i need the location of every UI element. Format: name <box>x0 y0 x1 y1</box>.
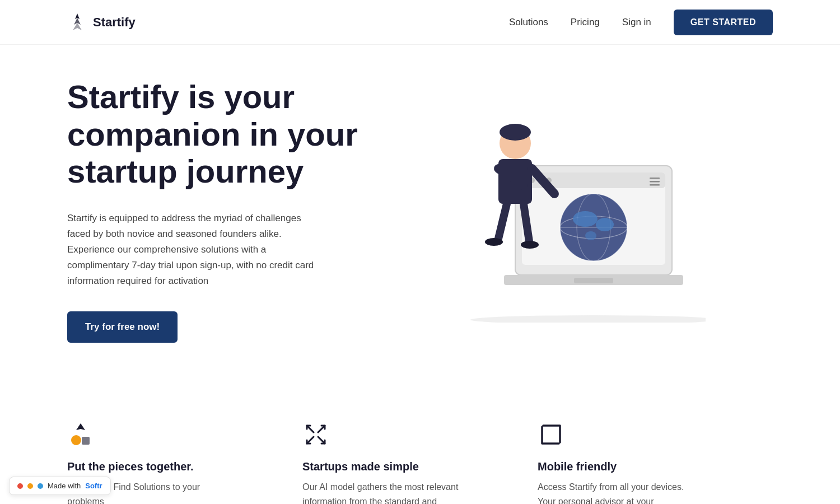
svg-point-17 <box>573 211 598 227</box>
softr-made-with: Made with <box>48 482 81 490</box>
nav-pricing[interactable]: Pricing <box>571 17 600 28</box>
hero-illustration <box>358 99 773 323</box>
nav-get-started-button[interactable]: GET STARTED <box>674 10 773 35</box>
svg-point-29 <box>485 238 503 246</box>
feature-pieces-title: Put the pieces together. <box>67 460 280 473</box>
svg-line-37 <box>307 437 314 444</box>
crop-icon <box>538 421 564 448</box>
svg-point-33 <box>71 435 81 445</box>
nav-links: Solutions Pricing Sign in GET STARTED <box>509 10 773 35</box>
hero-svg <box>426 99 706 323</box>
logo-text: Startify <box>93 15 136 30</box>
svg-line-27 <box>498 204 507 239</box>
compress-icon <box>302 421 329 448</box>
svg-marker-2 <box>73 23 82 30</box>
svg-marker-32 <box>76 423 85 430</box>
feature-mobile: Mobile friendly Access Startify from all… <box>538 421 773 504</box>
svg-point-19 <box>585 231 596 240</box>
svg-line-36 <box>318 426 325 432</box>
features-section: Put the pieces together. Effortlessly Fi… <box>0 388 840 504</box>
feature-mobile-title: Mobile friendly <box>538 460 750 473</box>
feature-simple-title: Startups made simple <box>302 460 515 473</box>
feature-simple: Startups made simple Our AI model gather… <box>302 421 538 504</box>
softr-dot-blue <box>38 483 43 489</box>
hero-cta-button[interactable]: Try for free now! <box>67 311 178 343</box>
svg-point-18 <box>596 218 614 231</box>
svg-rect-11 <box>650 184 660 186</box>
hero-description: Startify is equipped to address the myri… <box>67 211 325 289</box>
svg-line-35 <box>307 426 314 432</box>
svg-rect-10 <box>650 181 660 183</box>
softr-badge[interactable]: Made with Softr <box>9 477 111 495</box>
nav-solutions[interactable]: Solutions <box>509 17 548 28</box>
puzzle-icon <box>67 421 94 448</box>
svg-point-23 <box>500 124 531 141</box>
feature-mobile-desc: Access Startify from all your devices. Y… <box>538 480 694 504</box>
navbar: Startify Solutions Pricing Sign in GET S… <box>0 0 840 45</box>
svg-line-28 <box>524 204 529 241</box>
softr-brand: Softr <box>85 482 102 490</box>
softr-dot-yellow <box>27 483 33 489</box>
svg-rect-34 <box>82 437 90 445</box>
hero-title: Startify is your companion in your start… <box>67 78 358 190</box>
svg-rect-9 <box>650 178 660 179</box>
logo-icon <box>67 12 87 32</box>
svg-point-30 <box>521 241 539 249</box>
svg-rect-21 <box>574 278 613 283</box>
hero-text-block: Startify is your companion in your start… <box>67 78 358 343</box>
feature-simple-desc: Our AI model gathers the most relevant i… <box>302 480 459 504</box>
svg-line-38 <box>318 437 325 444</box>
softr-dot-red <box>17 483 23 489</box>
svg-point-31 <box>470 315 706 323</box>
hero-section: Startify is your companion in your start… <box>0 45 840 388</box>
logo[interactable]: Startify <box>67 12 136 32</box>
nav-signin[interactable]: Sign in <box>622 17 651 28</box>
